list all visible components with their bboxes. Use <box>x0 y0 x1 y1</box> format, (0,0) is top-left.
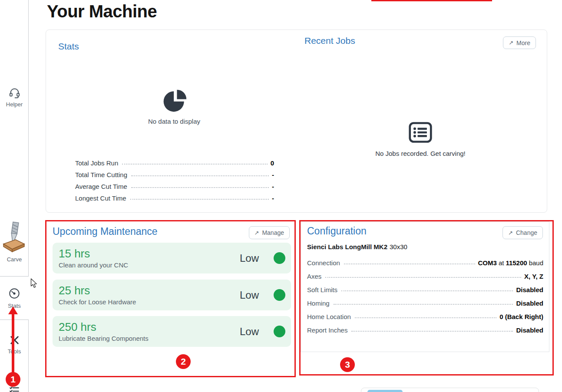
change-button-label: Change <box>516 229 537 236</box>
config-connection-baudrate: 115200 <box>506 259 527 267</box>
partial-bottom-card <box>361 388 539 392</box>
annotation-step-2-badge: 2 <box>176 354 191 369</box>
severity-dot <box>274 289 285 301</box>
config-row-homing: Homing Disabled <box>307 293 543 307</box>
dotted-leader <box>131 187 269 188</box>
stat-label: Total Time Cutting <box>75 171 127 178</box>
annotation-box-top-partial <box>371 0 492 1</box>
config-label: Homing <box>307 300 330 307</box>
maintenance-task: Lubricate Bearing Components <box>59 335 240 342</box>
maintenance-hours: 25 hrs <box>59 284 240 297</box>
sidebar-border-top-segment <box>28 0 29 277</box>
config-row-home-location: Home Location 0 (Back Right) <box>307 307 543 320</box>
config-label: Home Location <box>307 313 351 320</box>
stat-row: Total Jobs Run 0 <box>75 155 274 167</box>
sidebar-item-carve[interactable]: Carve <box>0 221 29 262</box>
configuration-list: Connection COM3 at 115200 baud Axes X, Y… <box>307 253 543 334</box>
maintenance-item[interactable]: 250 hrs Lubricate Bearing Components Low <box>53 316 291 347</box>
config-row-soft-limits: Soft Limits Disabled <box>307 280 543 293</box>
config-connection-port: COM3 <box>478 259 497 267</box>
config-connection-at: at <box>499 259 504 267</box>
machine-name-model: Sienci Labs LongMill MK2 <box>307 243 387 250</box>
stat-label: Average Cut Time <box>75 183 127 190</box>
maintenance-item-info: 15 hrs Clean around your CNC <box>59 247 240 269</box>
severity-dot <box>274 252 285 264</box>
config-row-report-inches: Report Inches Disabled <box>307 320 543 334</box>
stat-value: - <box>272 183 274 190</box>
dotted-leader <box>325 277 521 278</box>
annotation-step-1-badge: 1 <box>6 372 20 387</box>
dotted-leader <box>351 331 513 332</box>
crossed-tools-icon <box>9 335 20 347</box>
severity-label: Low <box>240 289 259 301</box>
arrow-up-right-icon: ↗ <box>508 230 513 236</box>
maintenance-item[interactable]: 15 hrs Clean around your CNC Low <box>53 243 291 273</box>
maintenance-task: Check for Loose Hardware <box>59 298 240 306</box>
stats-list: Total Jobs Run 0 Total Time Cutting - Av… <box>75 155 274 202</box>
stat-label: Total Jobs Run <box>75 159 118 167</box>
sidebar-item-helper[interactable]: Helper <box>0 87 29 107</box>
job-list-icon <box>408 120 433 145</box>
maintenance-item[interactable]: 25 hrs Check for Loose Hardware Low <box>53 280 291 310</box>
annotation-step-3-badge: 3 <box>340 357 355 372</box>
sidebar: Helper Carve <box>0 0 29 392</box>
config-connection-baudword: baud <box>529 259 543 267</box>
config-value: Disabled <box>516 326 543 334</box>
machine-name-variant: 30x30 <box>390 243 407 250</box>
stat-row: Total Time Cutting - <box>75 167 274 178</box>
dotted-leader <box>334 304 513 305</box>
maintenance-title: Upcoming Maintenance <box>53 226 158 237</box>
config-label: Report Inches <box>307 326 347 334</box>
dotted-leader <box>341 290 513 291</box>
stat-value: 0 <box>271 159 274 167</box>
page-title: Your Machine <box>47 2 157 21</box>
dotted-leader <box>355 317 496 318</box>
config-value: Disabled <box>516 300 543 307</box>
carve-bit-icon <box>3 221 26 255</box>
config-value: 0 (Back Right) <box>499 313 543 320</box>
stats-panel-title: Stats <box>58 41 79 52</box>
stats-recent-jobs-card: Stats Recent Jobs ↗ More No data to disp… <box>46 30 547 213</box>
helper-headset-icon <box>9 87 20 100</box>
sidebar-item-label: Carve <box>7 257 22 262</box>
change-button[interactable]: ↗ Change <box>502 226 543 239</box>
upcoming-maintenance-card: Upcoming Maintenance ↗ Manage 15 hrs Cle… <box>45 220 296 377</box>
config-row-connection: Connection COM3 at 115200 baud <box>307 253 543 267</box>
dotted-leader <box>130 199 269 200</box>
configuration-annotation-box: Configuration ↗ Change Sienci Labs LongM… <box>299 220 554 376</box>
partial-blue-button[interactable] <box>367 390 403 392</box>
maintenance-item-info: 250 hrs Lubricate Bearing Components <box>59 321 240 342</box>
maintenance-item-info: 25 hrs Check for Loose Hardware <box>59 284 240 306</box>
config-value: COM3 at 115200 baud <box>478 259 543 267</box>
manage-button[interactable]: ↗ Manage <box>249 226 290 239</box>
manage-button-label: Manage <box>262 229 284 236</box>
dotted-leader <box>122 164 267 165</box>
arrow-up-right-icon: ↗ <box>255 230 259 236</box>
dotted-leader <box>344 264 475 264</box>
config-value: Disabled <box>516 286 543 293</box>
stat-value: - <box>272 171 274 178</box>
maintenance-hours: 15 hrs <box>59 247 240 260</box>
stat-row: Average Cut Time - <box>75 178 274 190</box>
stat-row: Longest Cut Time - <box>75 190 274 202</box>
annotation-arrow-head <box>8 306 18 314</box>
recent-jobs-panel-title: Recent Jobs <box>304 36 355 46</box>
maintenance-task: Clean around your CNC <box>59 261 240 269</box>
sidebar-item-label: Helper <box>6 102 23 107</box>
more-button-label: More <box>516 40 530 46</box>
sidebar-item-tools[interactable]: Tools <box>0 335 29 354</box>
stat-label: Longest Cut Time <box>75 194 126 202</box>
mouse-cursor <box>30 278 38 290</box>
config-label: Soft Limits <box>307 286 337 293</box>
more-button[interactable]: ↗ More <box>503 36 536 49</box>
configuration-title: Configuration <box>307 225 367 237</box>
severity-label: Low <box>240 326 259 338</box>
arrow-up-right-icon: ↗ <box>509 40 513 46</box>
severity-dot <box>274 326 285 337</box>
app-window: Helper Carve <box>0 0 562 392</box>
maintenance-hours: 250 hrs <box>59 321 240 334</box>
pie-chart-icon <box>162 88 187 113</box>
configuration-card: Configuration ↗ Change Sienci Labs LongM… <box>301 221 549 352</box>
stats-gauge-icon <box>8 287 20 301</box>
no-data-text: No data to display <box>131 118 218 125</box>
